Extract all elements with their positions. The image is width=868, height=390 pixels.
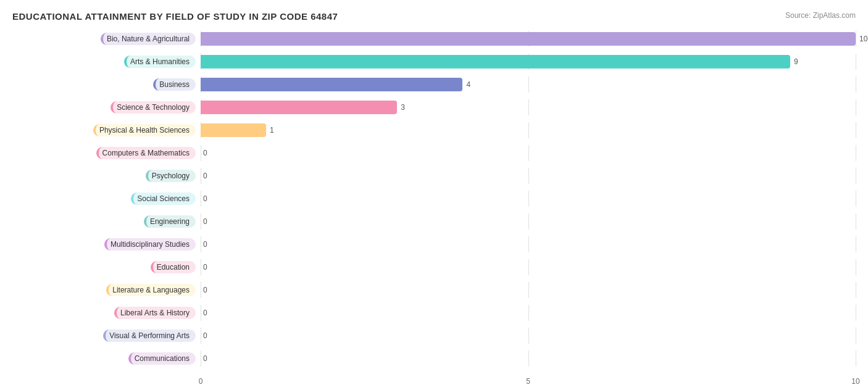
bar-value-label: 9 — [794, 57, 798, 66]
bar-row: Communications0 — [12, 347, 856, 370]
chart-area: Bio, Nature & Agricultural10Arts & Human… — [12, 28, 856, 351]
bar-label: Literature & Languages — [12, 284, 201, 296]
grid-line — [856, 99, 856, 115]
grid-line — [528, 351, 529, 367]
grid-line — [856, 168, 856, 184]
grid-line — [528, 77, 529, 93]
axis-label: 5 — [526, 377, 530, 386]
bar-fill — [201, 78, 462, 91]
bar-row: Literature & Languages0 — [12, 279, 856, 301]
bar-label: Business — [12, 78, 201, 91]
grid-line — [201, 145, 201, 161]
bar-track: 0 — [201, 214, 856, 230]
bar-row: Arts & Humanities9 — [12, 51, 856, 73]
grid-line — [856, 54, 856, 70]
grid-line — [856, 191, 856, 207]
bar-track: 3 — [201, 99, 856, 115]
bar-track: 0 — [201, 259, 856, 275]
bar-value-label: 0 — [203, 286, 207, 294]
bar-label: Visual & Performing Arts — [12, 330, 201, 342]
bar-row: Liberal Arts & History0 — [12, 302, 856, 324]
bar-value-label: 10 — [859, 35, 867, 43]
chart-container: EDUCATIONAL ATTAINMENT BY FIELD OF STUDY… — [0, 0, 868, 390]
grid-line — [856, 145, 856, 161]
grid-line — [856, 351, 856, 367]
bar-track: 0 — [201, 145, 856, 161]
bar-track: 0 — [201, 305, 856, 321]
bar-row: Engineering0 — [12, 210, 856, 233]
bar-track: 9 — [201, 54, 856, 70]
grid-line — [856, 305, 856, 321]
bar-value-label: 0 — [203, 217, 207, 226]
grid-line — [856, 77, 856, 93]
bar-track: 0 — [201, 191, 856, 207]
grid-line — [528, 145, 529, 161]
bar-value-label: 0 — [203, 263, 207, 272]
bar-row: Social Sciences0 — [12, 188, 856, 210]
bar-track: 1 — [201, 122, 856, 138]
bar-label: Computers & Mathematics — [12, 147, 201, 159]
x-axis-labels: 0510 — [201, 370, 856, 386]
bar-label: Physical & Health Sciences — [12, 124, 201, 136]
bar-label: Psychology — [12, 170, 201, 182]
bar-label: Liberal Arts & History — [12, 307, 201, 319]
bar-track: 0 — [201, 168, 856, 184]
grid-line — [528, 282, 529, 298]
bars-wrapper: Bio, Nature & Agricultural10Arts & Human… — [12, 28, 856, 333]
bar-value-label: 0 — [203, 194, 207, 203]
bar-value-label: 3 — [401, 103, 405, 112]
grid-line — [201, 305, 201, 321]
grid-line — [528, 214, 529, 230]
axis-label: 10 — [851, 377, 859, 386]
bar-row: Computers & Mathematics0 — [12, 142, 856, 164]
grid-line — [528, 99, 529, 115]
grid-line — [528, 236, 529, 252]
bar-value-label: 4 — [466, 80, 470, 89]
bar-value-label: 0 — [203, 149, 207, 157]
bar-fill — [201, 123, 266, 137]
grid-line — [528, 191, 529, 207]
grid-line — [528, 168, 529, 184]
bar-value-label: 1 — [270, 126, 274, 135]
bar-row: Multidisciplinary Studies0 — [12, 233, 856, 255]
grid-line — [201, 259, 201, 275]
bar-row: Visual & Performing Arts0 — [12, 325, 856, 347]
x-axis-row: 0510 — [12, 370, 856, 386]
grid-line — [528, 328, 529, 344]
bar-label: Science & Technology — [12, 101, 201, 114]
bar-row: Science & Technology3 — [12, 96, 856, 118]
grid-line — [201, 236, 201, 252]
bar-label: Social Sciences — [12, 193, 201, 205]
bar-fill — [201, 32, 856, 46]
bar-row: Psychology0 — [12, 165, 856, 187]
grid-line — [856, 328, 856, 344]
bar-row: Bio, Nature & Agricultural10 — [12, 28, 856, 50]
bar-row: Education0 — [12, 256, 856, 278]
bar-value-label: 0 — [203, 331, 207, 340]
bar-label: Arts & Humanities — [12, 56, 201, 68]
bar-label: Multidisciplinary Studies — [12, 238, 201, 251]
bar-value-label: 0 — [203, 240, 207, 249]
bar-track: 0 — [201, 351, 856, 367]
bar-label: Engineering — [12, 215, 201, 228]
bar-label: Bio, Nature & Agricultural — [12, 33, 201, 45]
grid-line — [856, 31, 856, 47]
grid-line — [856, 236, 856, 252]
grid-line — [201, 214, 201, 230]
grid-line — [528, 305, 529, 321]
grid-line — [528, 122, 529, 138]
bar-value-label: 0 — [203, 354, 207, 363]
bar-row: Physical & Health Sciences1 — [12, 119, 856, 141]
grid-line — [201, 282, 201, 298]
grid-line — [856, 259, 856, 275]
bar-value-label: 0 — [203, 172, 207, 180]
grid-line — [201, 351, 201, 367]
grid-line — [856, 282, 856, 298]
grid-line — [856, 122, 856, 138]
bar-label: Communications — [12, 352, 201, 365]
bar-track: 4 — [201, 77, 856, 93]
bar-fill — [201, 101, 397, 114]
grid-line — [201, 168, 201, 184]
bar-track: 10 — [201, 31, 856, 47]
bar-fill — [201, 55, 790, 68]
